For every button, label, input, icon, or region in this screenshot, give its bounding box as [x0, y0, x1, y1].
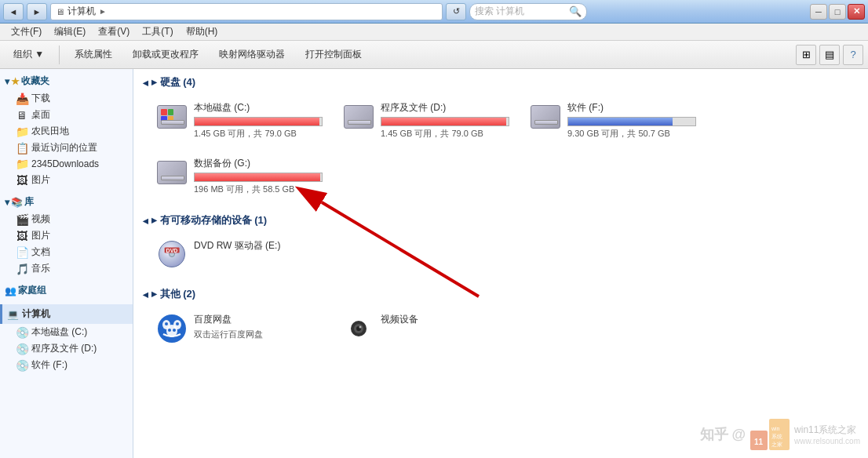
- baidu-sub: 双击运行百度网盘: [194, 329, 323, 340]
- sidebar-item-programs-d[interactable]: 💿 程序及文件 (D:): [0, 340, 133, 357]
- sidebar-item-docs[interactable]: 📄 文档: [0, 244, 133, 260]
- back-button[interactable]: ◄: [3, 3, 24, 20]
- local-c-icon: 💿: [16, 326, 28, 339]
- system-properties-button[interactable]: 系统属性: [66, 44, 121, 65]
- menu-view[interactable]: 查看(V): [92, 24, 136, 40]
- drive-c-stats: 1.45 GB 可用，共 79.0 GB: [194, 128, 323, 140]
- sidebar-item-music[interactable]: 🎵 音乐: [0, 260, 133, 277]
- drive-c-icon: [156, 101, 188, 133]
- downloads-icon: 📥: [16, 93, 28, 105]
- sidebar-item-local-c[interactable]: 💿 本地磁盘 (C:): [0, 324, 133, 340]
- drive-f[interactable]: 软件 (F:) 9.30 GB 可用，共 50.7 GB: [523, 96, 703, 145]
- camera-info: 视频设备: [381, 313, 509, 329]
- minimize-button[interactable]: ─: [810, 4, 827, 20]
- baidu-name: 百度网盘: [194, 313, 323, 326]
- drive-g-icon: [156, 157, 188, 188]
- baidu-item[interactable]: 百度网盘 双击运行百度网盘: [149, 307, 330, 350]
- maximize-button[interactable]: □: [829, 4, 846, 20]
- svg-text:之家: 之家: [771, 442, 782, 448]
- farm-icon: 📁: [16, 125, 28, 138]
- sidebar-item-downloads[interactable]: 📥 下载: [0, 90, 133, 107]
- refresh-button[interactable]: ↺: [446, 3, 466, 20]
- drives-grid: 本地磁盘 (C:) 1.45 GB 可用，共 79.0 GB 程序及文件 (: [143, 96, 859, 201]
- drive-d-icon: [343, 101, 374, 133]
- computer-icon: 🖥: [56, 7, 64, 16]
- menu-file[interactable]: 文件(F): [5, 24, 48, 40]
- sidebar-item-desktop[interactable]: 🖥 桌面: [0, 107, 133, 123]
- sidebar-item-farm[interactable]: 📁 农民田地: [0, 123, 133, 140]
- drive-e-dvd[interactable]: DVD DVD RW 驱动器 (E:): [149, 234, 330, 274]
- sidebar-item-software-f[interactable]: 💿 软件 (F:): [0, 357, 133, 373]
- title-bar-left: ◄ ► 🖥 计算机 ► ↺ 搜索 计算机 🔍: [3, 3, 587, 20]
- address-text: 计算机: [67, 5, 96, 18]
- pictures2-icon: 🖼: [16, 230, 28, 242]
- other-grid: 百度网盘 双击运行百度网盘: [143, 307, 859, 350]
- baidu-info: 百度网盘 双击运行百度网盘: [194, 313, 323, 340]
- music-icon: 🎵: [16, 263, 28, 275]
- svg-rect-16: [769, 419, 790, 450]
- sidebar-item-pictures[interactable]: 🖼 图片: [0, 172, 133, 188]
- drive-g-info: 数据备份 (G:) 196 MB 可用，共 58.5 GB: [194, 157, 323, 195]
- removable-header[interactable]: ◂ ▸ 有可移动存储的设备 (1): [143, 213, 859, 227]
- sidebar-item-2345downloads[interactable]: 📁 2345Downloads: [0, 156, 133, 172]
- homegroup-section[interactable]: 👥 家庭组: [0, 282, 133, 300]
- hdd-body-d: [344, 105, 374, 129]
- watermark-text: 知乎 @: [700, 425, 746, 444]
- drive-g-fill: [195, 173, 320, 181]
- forward-button[interactable]: ►: [27, 3, 47, 20]
- svg-text:系统: 系统: [771, 434, 782, 439]
- other-collapse-icon: ◂: [143, 289, 148, 300]
- uninstall-button[interactable]: 卸载或更改程序: [124, 44, 207, 65]
- drive-e-name: DVD RW 驱动器 (E:): [194, 239, 323, 253]
- close-button[interactable]: ✕: [848, 4, 865, 20]
- drive-c-row: 本地磁盘 (C:) 1.45 GB 可用，共 79.0 GB: [156, 101, 323, 140]
- view-options-button[interactable]: ⊞: [796, 45, 816, 65]
- software-f-icon: 💿: [16, 359, 28, 372]
- drive-c-fill: [195, 118, 319, 125]
- svg-point-5: [176, 322, 179, 325]
- baidu-item-row: 百度网盘 双击运行百度网盘: [156, 313, 323, 344]
- drive-d-fill: [381, 118, 506, 125]
- baidu-svg: [157, 314, 187, 344]
- svg-rect-15: [750, 431, 768, 450]
- sidebar-item-recent[interactable]: 📋 最近访问的位置: [0, 140, 133, 156]
- drive-g[interactable]: 数据备份 (G:) 196 MB 可用，共 58.5 GB: [149, 151, 330, 201]
- drive-c[interactable]: 本地磁盘 (C:) 1.45 GB 可用，共 79.0 GB: [149, 96, 330, 145]
- other-header[interactable]: ◂ ▸ 其他 (2): [143, 287, 859, 301]
- svg-text:win: win: [771, 426, 780, 431]
- drive-d[interactable]: 程序及文件 (D:) 1.45 GB 可用，共 79.0 GB: [336, 96, 516, 145]
- baidu-icon-container: [156, 313, 188, 344]
- library-section[interactable]: ▾ 📚 库: [0, 193, 133, 211]
- content-area: ◂ ▸ 硬盘 (4) 本地磁盘 (C:): [133, 69, 868, 458]
- camera-item-row: 视频设备: [343, 313, 509, 344]
- sidebar-item-videos[interactable]: 🎬 视频: [0, 211, 133, 227]
- address-bar[interactable]: 🖥 计算机 ►: [50, 3, 443, 20]
- drive-d-bar: [381, 117, 509, 126]
- menu-help[interactable]: 帮助(H): [180, 24, 224, 40]
- computer-section[interactable]: 💻 计算机: [0, 304, 133, 324]
- downloads2-icon: 📁: [16, 158, 28, 170]
- hard-drives-header[interactable]: ◂ ▸ 硬盘 (4): [143, 75, 859, 89]
- docs-icon: 📄: [16, 246, 28, 259]
- search-box[interactable]: 搜索 计算机 🔍: [469, 3, 587, 20]
- sidebar: ▾ ★ 收藏夹 📥 下载 🖥 桌面 📁 农民田地 📋 最近访问的位置 📁 234…: [0, 69, 133, 458]
- view-list-button[interactable]: ▤: [819, 45, 840, 65]
- favorites-section[interactable]: ▾ ★ 收藏夹: [0, 72, 133, 90]
- control-panel-button[interactable]: 打开控制面板: [297, 44, 370, 65]
- map-network-button[interactable]: 映射网络驱动器: [210, 44, 294, 65]
- camera-icon-container: [343, 313, 374, 344]
- drive-c-name: 本地磁盘 (C:): [194, 101, 323, 114]
- drive-f-stats: 9.30 GB 可用，共 50.7 GB: [567, 128, 696, 140]
- camera-item[interactable]: 视频设备: [336, 307, 516, 350]
- dvd-icon: DVD: [156, 239, 188, 269]
- organize-button[interactable]: 组织 ▼: [5, 44, 53, 65]
- menu-edit[interactable]: 编辑(E): [48, 24, 92, 40]
- svg-point-12: [359, 326, 362, 329]
- camera-name: 视频设备: [381, 313, 509, 326]
- menu-tools[interactable]: 工具(T): [136, 24, 179, 40]
- help-button[interactable]: ?: [843, 45, 863, 65]
- recent-icon: 📋: [16, 142, 28, 154]
- drive-g-stats: 196 MB 可用，共 58.5 GB: [194, 184, 323, 195]
- sidebar-item-pictures2[interactable]: 🖼 图片: [0, 227, 133, 244]
- drive-f-info: 软件 (F:) 9.30 GB 可用，共 50.7 GB: [567, 101, 696, 140]
